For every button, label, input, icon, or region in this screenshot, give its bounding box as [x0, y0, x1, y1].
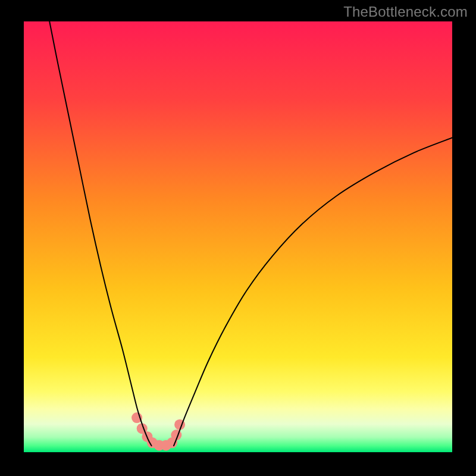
gradient-background	[24, 21, 452, 452]
chart-frame: TheBottleneck.com	[0, 0, 476, 476]
watermark-text: TheBottleneck.com	[343, 4, 468, 20]
plot-area	[24, 21, 452, 452]
chart-svg	[24, 21, 452, 452]
